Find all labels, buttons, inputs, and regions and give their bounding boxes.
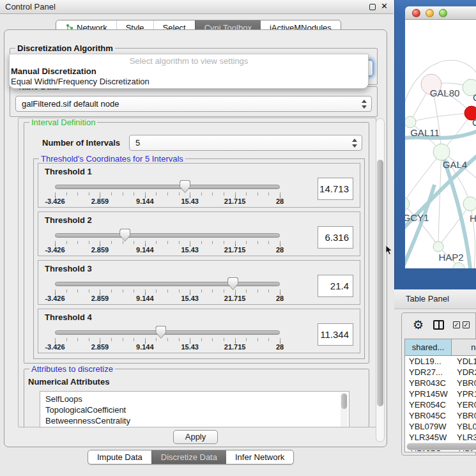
table-panel-titlebar: Table Panel: [394, 289, 476, 309]
table-horizontal-scrollbar[interactable]: [406, 443, 476, 450]
slider-minor-ticks: [55, 289, 280, 293]
slider-track[interactable]: [55, 185, 280, 189]
close-icon[interactable]: ✕: [381, 1, 388, 11]
tick-label: 21.715: [224, 343, 246, 351]
slider-track[interactable]: [55, 282, 280, 286]
cell-name[interactable]: YBR0: [452, 378, 476, 388]
node-bottom[interactable]: [453, 263, 464, 268]
list-item[interactable]: TopologicalCoefficient: [45, 404, 349, 415]
tick-label: 9.144: [136, 197, 154, 205]
cell-shared-name[interactable]: YPR145W: [405, 388, 452, 399]
attributes-list: SelfLoops TopologicalCoefficient Between…: [40, 391, 349, 427]
tick-label: 9.144: [136, 343, 154, 351]
table-row[interactable]: YBR045C YBR0: [405, 410, 476, 421]
list-scrollbar[interactable]: [341, 393, 348, 427]
table-header-row: shared... na: [405, 339, 476, 356]
tick-label: 28: [276, 246, 284, 254]
node-gal4[interactable]: [433, 144, 450, 160]
column-header-name[interactable]: na: [452, 339, 476, 355]
checkbox-icon[interactable]: ✓: [463, 321, 470, 328]
zoom-traffic-light[interactable]: [439, 9, 447, 17]
spinner-arrows-icon: [351, 138, 357, 148]
node-gal11[interactable]: [405, 116, 416, 128]
table-toolbar: ⚙ ✓ ✓: [402, 313, 475, 337]
scrollbar-thumb[interactable]: [341, 394, 347, 409]
threshold-label: Threshold 2: [45, 215, 92, 225]
list-item[interactable]: BetweennessCentrality: [45, 415, 349, 426]
tick-label: 2.859: [91, 343, 109, 351]
cell-shared-name[interactable]: YER054C: [405, 399, 452, 410]
table-row[interactable]: YDL19... YDL1: [405, 356, 476, 367]
table-row[interactable]: YBL079W YBL0: [405, 421, 476, 432]
threshold-value-field[interactable]: 21.4: [318, 275, 353, 297]
split-columns-icon[interactable]: [433, 320, 444, 330]
cell-shared-name[interactable]: YBR043C: [405, 378, 452, 388]
tick-label: 15.43: [181, 343, 199, 351]
cell-shared-name[interactable]: YBL079W: [405, 421, 452, 432]
node-label-gcy1: GCY1: [405, 212, 429, 223]
cell-name[interactable]: YBR0: [452, 410, 476, 421]
cell-shared-name[interactable]: YBR045C: [405, 410, 452, 421]
apply-button[interactable]: Apply: [173, 430, 218, 444]
float-window-icon[interactable]: [369, 4, 376, 10]
tab-infer-network[interactable]: Infer Network: [226, 450, 293, 464]
tab-label: Discretize Data: [161, 452, 217, 462]
group-title: Attributes to discretize: [29, 364, 115, 374]
cell-name[interactable]: YDL1: [452, 356, 476, 367]
control-panel: Control Panel ✕ Network Style Select Cyn…: [0, 0, 394, 476]
number-of-intervals-label: Number of Intervals: [42, 138, 120, 148]
table-row[interactable]: YPR145W YPR1: [405, 388, 476, 399]
close-traffic-light[interactable]: [412, 9, 420, 17]
tick-label: 2.859: [91, 246, 109, 254]
threshold-value-field[interactable]: 11.344: [318, 323, 353, 346]
cell-name[interactable]: YDR2: [452, 367, 476, 378]
slider-thumb[interactable]: [119, 229, 130, 242]
slider-minor-ticks: [55, 192, 280, 196]
slider-track[interactable]: [55, 330, 280, 335]
algorithm-dropdown-popup: Select algorithm to view settings Manual…: [9, 54, 369, 89]
table-row[interactable]: YBR043C YBR0: [405, 378, 476, 388]
threshold-2-box: Threshold 2 -3.426 2.859 9.144 15.43 21.…: [38, 211, 360, 256]
slider-track[interactable]: [55, 233, 280, 238]
network-canvas[interactable]: GAL80 G C GAL11 GAL4 GCY1 H HAP2: [405, 20, 476, 268]
panel-title: Control Panel: [5, 2, 56, 12]
screen: { "window": { "title": "Control Panel" }…: [0, 0, 476, 476]
checkbox-icon[interactable]: ✓: [453, 321, 460, 328]
cell-name[interactable]: YER0: [452, 399, 476, 410]
cell-name[interactable]: YLR3: [452, 432, 476, 443]
panel-scrollbar[interactable]: [376, 118, 385, 442]
cell-shared-name[interactable]: YDL19...: [405, 356, 452, 367]
tick-label: 21.715: [224, 246, 246, 254]
attributes-group: Attributes to discretize Numerical Attri…: [24, 369, 369, 427]
minimize-traffic-light[interactable]: [426, 9, 434, 17]
popup-option-equal-width-frequency[interactable]: Equal Width/Frequency Discretization: [11, 77, 150, 86]
node-gcy1[interactable]: [405, 197, 410, 210]
cell-shared-name[interactable]: YLR345W: [405, 432, 452, 443]
table-row[interactable]: YDR27... YDR2: [405, 367, 476, 378]
tab-discretize-data[interactable]: Discretize Data: [151, 450, 226, 464]
slider-thumb[interactable]: [227, 277, 238, 290]
threshold-value-field[interactable]: 6.316: [318, 226, 353, 249]
column-header-shared-name[interactable]: shared...: [405, 339, 452, 355]
tick-label: 15.43: [181, 246, 199, 254]
table-row[interactable]: YLR345W YLR3: [405, 432, 476, 443]
threshold-value-field[interactable]: 14.713: [318, 178, 353, 200]
popup-option-manual-discretization[interactable]: Manual Discretization: [11, 66, 96, 76]
number-of-intervals-row: Number of Intervals 5: [42, 134, 362, 151]
tick-label: 15.43: [181, 197, 199, 205]
scrollbar-thumb[interactable]: [377, 160, 383, 406]
table-row[interactable]: YER054C YER0: [405, 399, 476, 410]
list-item[interactable]: SelfLoops: [45, 394, 349, 404]
node-right[interactable]: [463, 197, 476, 211]
slider-thumb[interactable]: [180, 180, 190, 193]
table-data-combobox[interactable]: galFiltered.sif default node: [15, 96, 372, 112]
gear-icon[interactable]: ⚙: [413, 318, 424, 332]
cell-name[interactable]: YPR1: [452, 388, 476, 399]
tab-impute-data[interactable]: Impute Data: [88, 450, 151, 464]
node-hap2[interactable]: [433, 242, 443, 252]
slider-thumb[interactable]: [155, 326, 166, 339]
cell-name[interactable]: YBL0: [452, 421, 476, 432]
number-of-intervals-combobox[interactable]: 5: [129, 135, 362, 151]
scrollbar-thumb[interactable]: [407, 443, 476, 450]
cell-shared-name[interactable]: YDR27...: [405, 367, 452, 378]
